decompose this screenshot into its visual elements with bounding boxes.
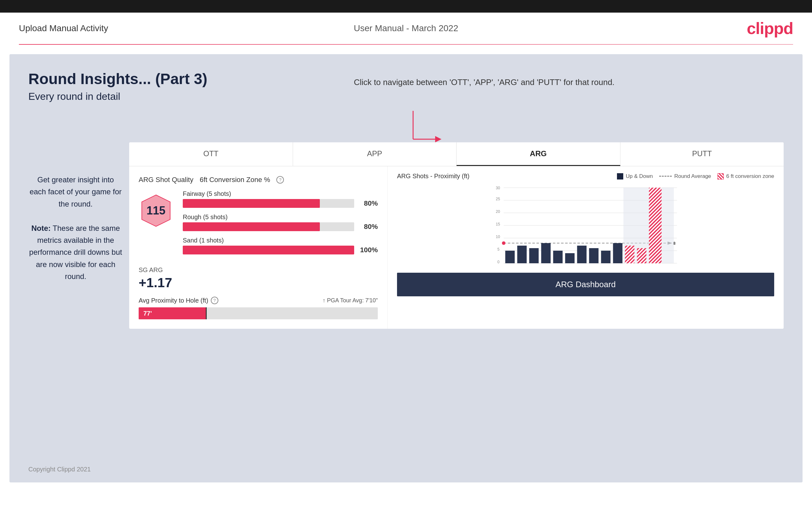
chart-header: ARG Shots - Proximity (ft) Up & Down Rou…	[397, 173, 774, 180]
sg-section: SG ARG +1.17	[139, 267, 378, 290]
help-icon[interactable]: ?	[276, 176, 284, 184]
svg-text:25: 25	[496, 197, 500, 201]
proximity-bar-fill: 77'	[139, 307, 206, 319]
legend-conversion-zone: 6 ft conversion zone	[717, 173, 774, 179]
chart-svg: 0 5 10 15 20 25 30	[397, 184, 774, 267]
chart-area: 0 5 10 15 20 25 30	[397, 184, 774, 267]
tab-putt[interactable]: PUTT	[620, 142, 784, 166]
annotation-text: Click to navigate between 'OTT', 'APP', …	[354, 76, 614, 89]
proximity-header: Avg Proximity to Hole (ft) ? ↑ PGA Tour …	[139, 297, 378, 304]
bar-row-2: Sand (1 shots) 100%	[183, 237, 378, 255]
bar-row-1: Rough (5 shots) 80%	[183, 214, 378, 231]
left-panel: ARG Shot Quality 6ft Conversion Zone % ?…	[129, 166, 388, 329]
tab-ott[interactable]: OTT	[129, 142, 293, 166]
arg-dashboard-btn[interactable]: ARG Dashboard	[397, 273, 774, 296]
header-divider	[19, 44, 793, 45]
svg-rect-31	[613, 243, 623, 263]
chart-title: ARG Shots - Proximity (ft)	[397, 173, 469, 180]
proximity-help-icon[interactable]: ?	[211, 297, 218, 304]
proximity-bar-track: 77'	[139, 307, 378, 319]
svg-marker-2	[435, 136, 442, 142]
svg-rect-35	[625, 246, 635, 263]
left-description: Get greater insight into each facet of y…	[29, 174, 123, 283]
note-label: Note:	[31, 224, 50, 232]
proximity-section: Avg Proximity to Hole (ft) ? ↑ PGA Tour …	[139, 297, 378, 319]
bar-fill-2	[183, 246, 354, 255]
arg-quality-header: ARG Shot Quality 6ft Conversion Zone % ?	[139, 176, 378, 184]
bar-fill-0	[183, 199, 320, 208]
hex-score-value: 115	[147, 204, 165, 217]
bar-row-0: Fairway (5 shots) 80%	[183, 190, 378, 208]
svg-rect-28	[577, 246, 587, 263]
sg-label: SG ARG	[139, 267, 378, 274]
widget-container: OTT APP ARG PUTT ARG Shot Quality 6ft Co…	[129, 142, 783, 329]
conversion-label: 6ft Conversion Zone %	[200, 176, 270, 184]
svg-rect-37	[649, 188, 662, 263]
main-content: Round Insights... (Part 3) Every round i…	[9, 54, 803, 483]
svg-rect-25	[541, 243, 551, 263]
page-subtitle-text: Every round in detail	[29, 91, 783, 102]
pga-avg-label: ↑ PGA Tour Avg: 7'10"	[323, 297, 378, 304]
bar-wrapper-2: 100%	[183, 246, 378, 255]
svg-text:5: 5	[498, 247, 500, 251]
top-bar	[0, 0, 812, 13]
upload-manual-label: Upload Manual Activity	[19, 23, 108, 34]
bar-label-0: Fairway (5 shots)	[183, 190, 378, 198]
arg-quality-label: ARG Shot Quality	[139, 176, 194, 184]
clippd-logo: clippd	[747, 19, 793, 38]
hex-score-container: 115	[139, 193, 173, 228]
svg-text:10: 10	[496, 235, 500, 239]
bar-wrapper-1: 80%	[183, 222, 378, 231]
tab-arg[interactable]: ARG	[457, 142, 620, 166]
svg-text:15: 15	[496, 222, 500, 226]
tab-app[interactable]: APP	[293, 142, 457, 166]
svg-rect-26	[553, 251, 563, 263]
svg-rect-24	[529, 248, 539, 263]
bar-percent-0: 80%	[359, 199, 378, 208]
proximity-title: Avg Proximity to Hole (ft) ?	[139, 297, 218, 304]
svg-rect-36	[637, 248, 647, 263]
svg-rect-27	[565, 253, 575, 263]
legend-hatch-icon	[717, 173, 724, 179]
svg-text:0: 0	[498, 260, 500, 264]
proximity-cursor	[206, 307, 207, 319]
bar-wrapper-0: 80%	[183, 199, 378, 208]
sg-value: +1.17	[139, 275, 378, 290]
content-split: ARG Shot Quality 6ft Conversion Zone % ?…	[129, 166, 783, 329]
hexagon-bars: 115 Fairway (5 shots) 80% Rough (5 shots…	[139, 190, 378, 260]
bar-track-2	[183, 246, 354, 255]
bar-label-2: Sand (1 shots)	[183, 237, 378, 244]
user-manual-date: User Manual - March 2022	[354, 23, 458, 34]
bar-track-1	[183, 222, 354, 231]
legend-up-down: Up & Down	[617, 173, 653, 179]
legend-dashed-icon	[659, 176, 672, 177]
chart-legend: Up & Down Round Average 6 ft conversion …	[617, 173, 774, 179]
svg-rect-29	[589, 248, 599, 263]
legend-square-icon	[617, 173, 623, 179]
right-panel: ARG Shots - Proximity (ft) Up & Down Rou…	[388, 166, 783, 329]
svg-point-19	[502, 241, 506, 245]
tabs-row: OTT APP ARG PUTT	[129, 142, 783, 166]
svg-rect-22	[505, 251, 515, 263]
svg-text:20: 20	[496, 210, 500, 214]
svg-text:30: 30	[496, 186, 500, 190]
bar-fill-1	[183, 222, 320, 231]
bar-label-1: Rough (5 shots)	[183, 214, 378, 221]
bar-track-0	[183, 199, 354, 208]
svg-rect-23	[517, 246, 527, 263]
svg-rect-30	[601, 251, 611, 263]
bar-percent-1: 80%	[359, 223, 378, 231]
header: Upload Manual Activity User Manual - Mar…	[0, 13, 812, 44]
bars-section: Fairway (5 shots) 80% Rough (5 shots) 80…	[183, 190, 378, 260]
footer: Copyright Clippd 2021	[29, 466, 91, 473]
bar-percent-2: 100%	[359, 246, 378, 254]
legend-round-avg: Round Average	[659, 173, 711, 179]
